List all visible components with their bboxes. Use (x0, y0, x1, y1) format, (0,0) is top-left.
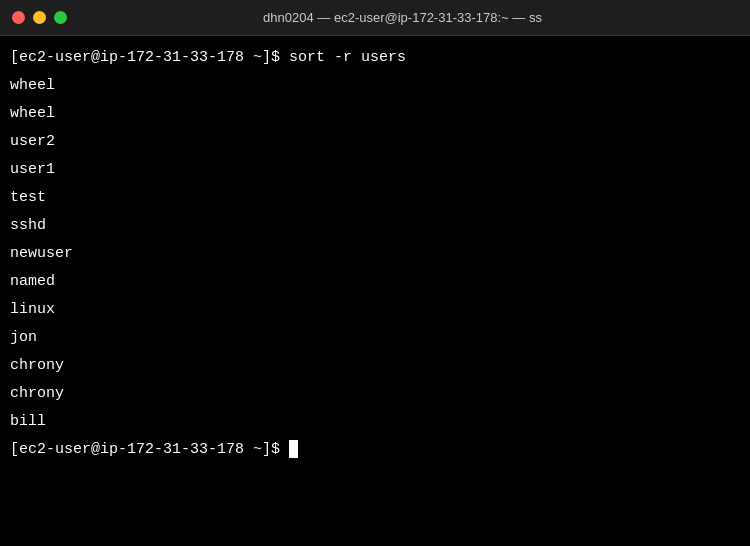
output-line: chrony (10, 352, 740, 380)
output-line: bill (10, 408, 740, 436)
output-line: wheel (10, 72, 740, 100)
command-prompt: [ec2-user@ip-172-31-33-178 ~]$ sort -r u… (10, 44, 740, 72)
window-title: dhn0204 — ec2-user@ip-172-31-33-178:~ — … (67, 10, 738, 25)
output-line: named (10, 268, 740, 296)
end-prompt: [ec2-user@ip-172-31-33-178 ~]$ (10, 436, 740, 464)
title-bar: dhn0204 — ec2-user@ip-172-31-33-178:~ — … (0, 0, 750, 36)
output-line: test (10, 184, 740, 212)
output-line: chrony (10, 380, 740, 408)
close-button[interactable] (12, 11, 25, 24)
terminal-cursor (289, 440, 298, 458)
minimize-button[interactable] (33, 11, 46, 24)
output-line: user2 (10, 128, 740, 156)
output-line: wheel (10, 100, 740, 128)
terminal-body: [ec2-user@ip-172-31-33-178 ~]$ sort -r u… (0, 36, 750, 472)
output-line: sshd (10, 212, 740, 240)
maximize-button[interactable] (54, 11, 67, 24)
output-line: jon (10, 324, 740, 352)
output-line: user1 (10, 156, 740, 184)
output-lines: wheelwheeluser2user1testsshdnewusernamed… (10, 72, 740, 436)
traffic-lights (12, 11, 67, 24)
output-line: linux (10, 296, 740, 324)
output-line: newuser (10, 240, 740, 268)
